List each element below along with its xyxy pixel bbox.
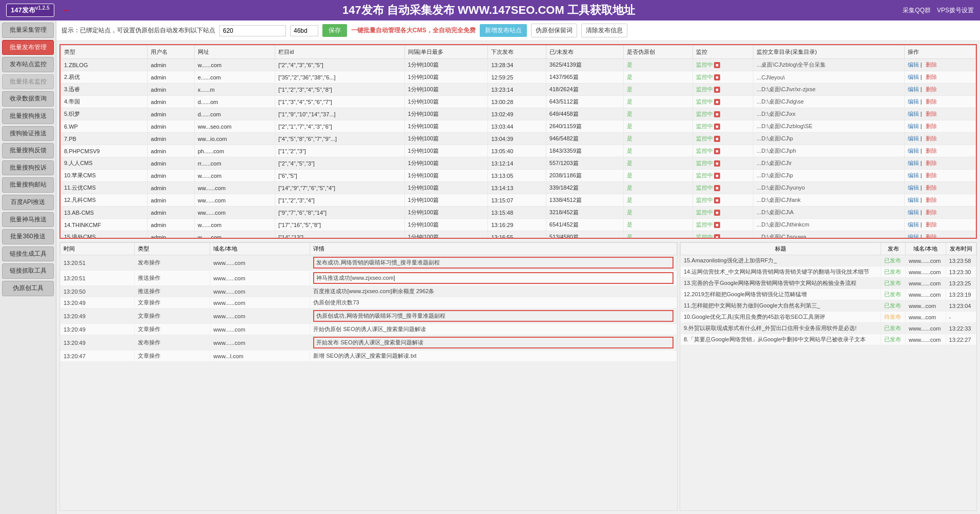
table-cell-10: 编辑 | 删除 [904,84,975,96]
token-input[interactable] [219,25,286,36]
table-cell-9: ...D:\桌面\CJ\A [753,207,904,219]
table-cell-10: 编辑 | 删除 [904,59,975,71]
table-cell-4: 1分钟|100篇 [404,71,488,84]
log-detail-cell: 伪原创使用次数73 [310,297,677,309]
right-domain-cell: www......com [906,323,946,334]
sidebar-item-7[interactable]: 批量搜狗反馈 [2,143,54,158]
qq-group-link[interactable]: 采集QQ群 [903,6,931,15]
log-table: 时间类型域名/本地详情 13:20:51发布操作www......com发布成功… [60,242,677,362]
right-col-header: 发布时间 [946,243,976,255]
table-cell-2: d......om [194,96,275,108]
sidebar-item-11[interactable]: 批量神马推送 [2,212,54,228]
sidebar-item-4[interactable]: 收录数据查询 [2,91,54,107]
table-cell-6: 557/1203篇 [546,157,623,170]
new-site-button[interactable]: 新增发布站点 [480,24,527,37]
table-row: 5.织梦admind......com["1","9","10","14","3… [61,108,976,120]
right-panel: 标题发布域名/本地发布时间 15.Amazonlisting强化进上加倍RF力_… [680,242,977,511]
table-cell-1: admin [148,59,194,71]
table-cell-5: 12:59:25 [488,71,546,84]
table-cell-4: 1分钟|100篇 [404,120,488,133]
table-cell-10: 编辑 | 删除 [904,71,975,84]
save-button[interactable]: 保存 [322,24,347,37]
table-cell-8: 监控中■ [693,207,753,219]
sidebar-item-13[interactable]: 链接生成工具 [2,246,54,262]
sidebar-item-12[interactable]: 批量360推送 [2,229,54,244]
col-header: 间隔|单日最多 [404,46,488,59]
sidebar-item-15[interactable]: 伪原创工具 [2,281,54,296]
center-title: 147发布 自动采集发布 WWW.147SEO.COM 工具获取地址 [75,3,903,18]
log-cell-0: 13:20:49 [60,324,135,335]
log-row: 13:20:49发布操作www......com开始发布 SEO的诱人课区_搜索… [60,335,677,351]
title-badge: 147发布v1.2.5 [6,4,54,16]
clear-button[interactable]: 清除发布信息 [581,24,627,37]
right-title-cell: 10.Google优化工具|实用且免费的45款谷歌SEO工具测评 [681,312,881,323]
log-cell-0: 13:20:50 [60,286,135,297]
table-cell-3: ["2","4","5","3"] [275,157,404,170]
sidebar-item-0[interactable]: 批量采集管理 [2,23,54,38]
table-cell-10: 编辑 | 删除 [904,145,975,157]
log-cell-1: 文章操作 [134,297,210,309]
right-col-header: 域名/本地 [906,243,946,255]
right-status-cell: 已发布 [881,278,906,289]
log-cell-2: www......com [210,271,310,286]
table-cell-0: 1.ZBLOG [61,59,148,71]
table-cell-4: 1分钟|100篇 [404,133,488,145]
table-cell-0: 14.THINKCMF [61,219,148,231]
table-cell-9: ...D:\桌面\CJ\p [753,170,904,182]
log-detail-cell: 百度推送成功[www.zjxseo.com]剩余额度 2962条 [310,286,677,297]
header-buttons: 采集QQ群 VPS拨号设置 [903,6,974,15]
sidebar-item-10[interactable]: 百度API推送 [2,195,54,210]
table-cell-9: ...D:\桌面\CJ\xx [753,108,904,120]
table-cell-6: 513/4580篇 [546,231,623,239]
num-input[interactable] [290,25,318,36]
log-detail-cell: 新增 SEO的诱人课区_搜索量问题解读.txt [310,351,677,362]
sidebar-item-1[interactable]: 批量发布管理 [2,40,54,55]
right-domain-cell: www......com [906,278,946,289]
table-row: 1.ZBLOGadminw......com["2","4","3","6","… [61,59,976,71]
right-time-cell: 13:23:25 [946,278,976,289]
table-cell-8: 监控中■ [693,219,753,231]
log-cell-0: 13:20:49 [60,309,135,324]
table-row: 11.云优CMSadminww......com["14","9","7","6… [61,182,976,194]
log-row: 13:20:49文章操作www......com伪原创使用次数73 [60,297,677,309]
table-cell-1: admin [148,182,194,194]
sidebar-item-9[interactable]: 批量搜狗邮站 [2,177,54,193]
table-cell-2: ww......com [194,182,275,194]
right-status-cell: 已发布 [881,323,906,334]
col-header: 栏目id [275,46,404,59]
sidebar-item-2[interactable]: 发布站点监控 [2,57,54,72]
table-cell-1: admin [148,108,194,120]
right-time-cell: 13:22:33 [946,323,976,334]
app-title: 147发布 [11,7,35,14]
table-cell-2: w......com [194,231,275,239]
table-cell-7: 是 [623,96,692,108]
vps-setting-link[interactable]: VPS拨号设置 [937,6,974,15]
sidebar-item-14[interactable]: 链接抓取工具 [2,263,54,279]
table-cell-10: 编辑 | 删除 [904,96,975,108]
table-cell-10: 编辑 | 删除 [904,231,975,239]
sidebar-item-6[interactable]: 搜狗验证推送 [2,126,54,141]
table-cell-2: ph......com [194,145,275,157]
log-cell-2: www......com [210,286,310,297]
sidebar-item-5[interactable]: 批量搜狗推送 [2,109,54,124]
right-time-cell: 13:23:58 [946,255,976,266]
right-title-cell: 9.外贸以获取现成形式有什么样_外贸出口信用卡业务应用软件是必选! [681,323,881,334]
log-row: 13:20:50推送操作www......com百度推送成功[www.zjxse… [60,286,677,297]
right-col-header: 标题 [681,243,881,255]
pseudo-keep-button[interactable]: 伪原创保留词 [531,24,577,37]
table-cell-7: 是 [623,71,692,84]
sidebar-item-8[interactable]: 批量搜狗投诉 [2,160,54,176]
right-row: 11.怎样能把中文网站努力做到Google大自然名列第三_已发布www...co… [681,300,976,312]
upper-section: 类型用户名网址栏目id间隔|单日最多下次发布已/未发布是否伪原创监控监控文章目录… [59,44,977,239]
table-cell-0: 7.PB [61,133,148,145]
log-detail-cell: 发布成功,网络营销的吸睛坏习惯_搜寻量准题副程 [310,255,677,271]
table-cell-4: 1分钟|100篇 [404,231,488,239]
table-cell-0: 8.PHPCMSV9 [61,145,148,157]
table-cell-2: ww...seo.com [194,120,275,133]
table-cell-3: ["2","4","3","6","5"] [275,59,404,71]
table-cell-9: ...D:\桌面\CJ\vr/xr-zjxse [753,84,904,96]
table-cell-7: 是 [623,133,692,145]
table-row: 13.AB-CMSadminww......com["9","7","6","8… [61,207,976,219]
right-status-cell: 待发布 [881,312,906,323]
table-cell-0: 2.易优 [61,71,148,84]
